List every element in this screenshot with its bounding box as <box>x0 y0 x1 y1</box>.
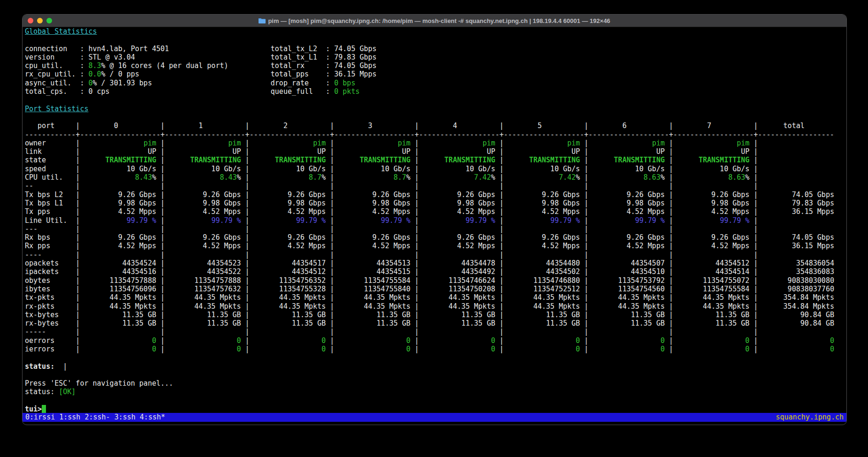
port-cell: 9.26 Gbps <box>673 233 750 242</box>
global-stat-label: cpu_util. : <box>25 61 88 70</box>
tmux-hostname: squanchy.ipng.ch <box>776 413 844 422</box>
global-stat-value: 36.15 Mpps <box>334 70 376 78</box>
port-cell: 44354507 <box>588 259 665 267</box>
port-cell: 44.35 Mpkts <box>588 302 665 311</box>
port-cell: 10 Gb/s <box>419 165 495 173</box>
port-cell: 9.98 Gbps <box>165 199 241 207</box>
port-row-: -- | | | | | | | | | <box>25 182 846 190</box>
global-stat-value: 0 cps <box>88 87 109 96</box>
port-cell: 10 Gb/s <box>504 165 580 173</box>
port-row-rx-bytes: rx-bytes | 11.35 GB | 11.35 GB | 11.35 G… <box>25 319 846 328</box>
port-row-ipackets: ipackets | 44354516 | 44354522 | 4435451… <box>25 267 846 276</box>
port-cell: TRANSMITTING <box>444 156 495 164</box>
close-button[interactable] <box>28 18 33 23</box>
port-total-cell: 36.15 Mpps <box>758 207 834 216</box>
port-row-opackets: opackets | 44354524 | 44354523 | 4435451… <box>25 259 846 267</box>
port-cell: 44.35 Mpkts <box>588 293 665 302</box>
port-row-label: ----- | <box>25 328 80 336</box>
port-cell: 9.98 Gbps <box>250 199 326 207</box>
minimize-button[interactable] <box>37 18 43 23</box>
port-cell: 4.52 Mpps <box>165 207 241 216</box>
port-total-cell: 79.83 Gbps <box>758 199 834 207</box>
blank-line <box>25 113 846 122</box>
port-total-cell: 90.84 GB <box>758 311 834 319</box>
blank-line <box>25 396 846 405</box>
global-stat-label: async_util. : <box>25 79 88 87</box>
status-ok-value: [OK] <box>59 388 76 396</box>
port-cell: 44354478 <box>419 259 495 267</box>
port-cell: 10 Gb/s <box>250 165 326 173</box>
port-cell: TRANSMITTING <box>699 156 749 164</box>
zoom-button[interactable] <box>46 18 52 23</box>
port-cell: 0 <box>237 336 241 345</box>
port-cell: 9.26 Gbps <box>588 233 665 242</box>
port-total-cell: 36.15 Mpps <box>758 242 834 250</box>
tui-prompt-line[interactable]: tui> <box>25 405 846 413</box>
port-cell: 99.79 % <box>465 216 495 225</box>
port-cell: 99.79 % <box>550 216 580 225</box>
global-stat-label: total_pps : <box>271 70 334 78</box>
port-cell: 4.52 Mpps <box>250 242 326 250</box>
port-cell: 0 <box>321 336 326 345</box>
port-row-label: owner | <box>25 139 80 147</box>
port-cell: 4.52 Mpps <box>673 207 750 216</box>
global-stat-value: % @ 16 cores (4 per dual port) <box>101 61 228 70</box>
port-cell: pim <box>652 139 665 147</box>
port-row-rx-pkts: rx-pkts | 44.35 Mpkts | 44.35 Mpkts | 44… <box>25 302 846 311</box>
port-cell: 99.79 % <box>211 216 241 225</box>
port-cell: 11354753792 <box>588 276 665 285</box>
port-cell: 11354757888 <box>165 276 241 285</box>
port-cell: 44.35 Mpkts <box>419 293 495 302</box>
port-cell: 11.35 GB <box>165 319 241 328</box>
port-row-ierrors: ierrors | 0 | 0 | 0 | 0 | 0 | 0 | 0 | 0 … <box>25 345 846 353</box>
blank-line <box>25 353 846 362</box>
port-cell: UP <box>588 147 665 156</box>
port-cell: 11.35 GB <box>250 311 326 319</box>
global-stat-label: drop_rate : <box>271 79 334 87</box>
port-cell: 11354746624 <box>419 276 495 285</box>
port-cell: 4.52 Mpps <box>80 242 156 250</box>
port-cell: 10 Gb/s <box>673 165 750 173</box>
port-cell: 11.35 GB <box>165 311 241 319</box>
port-cell: 0 <box>745 345 749 353</box>
port-cell: 0 <box>745 336 749 345</box>
global-stat-label: rx_cpu_util. : <box>25 70 88 78</box>
port-row-label: Rx bps | <box>25 233 80 242</box>
port-total-cell: 354.84 Mpkts <box>758 302 834 311</box>
port-row-label: ipackets | <box>25 267 80 276</box>
port-cell: 11.35 GB <box>673 319 750 328</box>
port-cell: 11354746880 <box>504 276 580 285</box>
port-cell: 9.98 Gbps <box>673 199 750 207</box>
port-cell: 44354512 <box>250 267 326 276</box>
port-cell: TRANSMITTING <box>106 156 156 164</box>
port-cell: 0 <box>661 345 665 353</box>
port-cell: 11.35 GB <box>250 319 326 328</box>
port-cell: 44.35 Mpkts <box>673 293 750 302</box>
port-cell: 9.26 Gbps <box>250 190 326 199</box>
port-cell: 11.35 GB <box>334 319 411 328</box>
port-cell: 11354752512 <box>504 285 580 293</box>
window-titlebar[interactable]: pim — [mosh] pim@squanchy.ipng.ch: /home… <box>23 15 846 27</box>
port-row-label: speed | <box>25 165 80 173</box>
port-cell: 7.42 <box>559 173 576 182</box>
port-cell: 11354756096 <box>80 285 156 293</box>
status-ok-line: status: [OK] <box>25 388 846 396</box>
port-row-label: oerrors | <box>25 336 80 345</box>
port-cell: pim <box>144 139 156 147</box>
port-cell: 44.35 Mpkts <box>673 302 750 311</box>
global-stat-value: 0.0 <box>88 70 101 78</box>
port-cell: 99.79 % <box>127 216 156 225</box>
global-stat-value: 74.05 Gbps <box>334 61 376 70</box>
port-row-Tx-bps-L1: Tx bps L1 | 9.98 Gbps | 9.98 Gbps | 9.98… <box>25 199 846 207</box>
port-row-: ---- | | | | | | | | | <box>25 251 846 259</box>
port-cell: 11354755840 <box>334 285 411 293</box>
port-cell: 11354756352 <box>250 276 326 285</box>
port-row-Rx-pps: Rx pps | 4.52 Mpps | 4.52 Mpps | 4.52 Mp… <box>25 242 846 250</box>
port-cell: 9.26 Gbps <box>80 190 156 199</box>
port-cell: 8.63 <box>728 173 745 182</box>
port-cell: 44.35 Mpkts <box>165 293 241 302</box>
port-cell: 44354480 <box>504 259 580 267</box>
port-row-: --- | | | | | | | | | <box>25 225 846 233</box>
global-stat-value: hvn4.lab, Port 4501 <box>88 45 169 53</box>
port-cell: 0 <box>237 345 241 353</box>
